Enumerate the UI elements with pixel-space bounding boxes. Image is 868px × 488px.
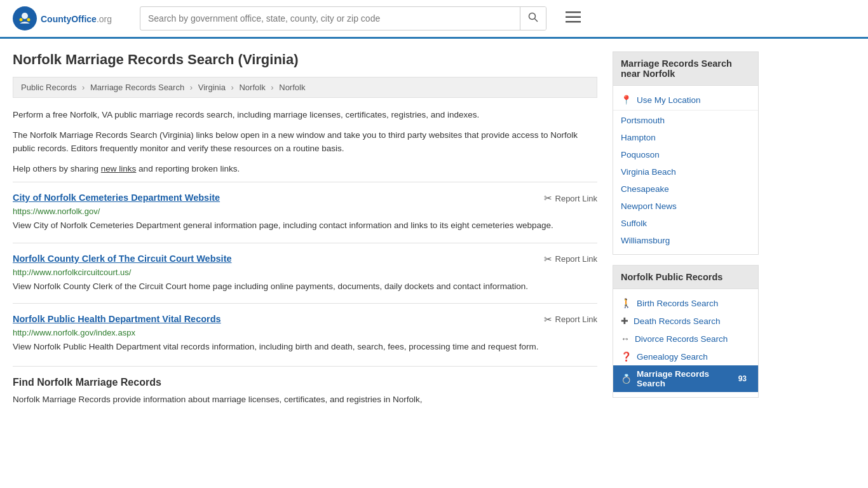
person-icon: 🚶 <box>621 298 632 308</box>
sidebar-city-virginia-beach[interactable]: Virginia Beach <box>613 163 758 180</box>
report-link-2[interactable]: ✂ Report Link <box>544 254 597 265</box>
page-title: Norfolk Marriage Records Search (Virgini… <box>13 51 597 68</box>
main-container: Norfolk Marriage Records Search (Virgini… <box>0 39 868 421</box>
nearby-box: Marriage Records Search near Norfolk 📍 U… <box>613 51 759 255</box>
breadcrumb-marriage-records-search[interactable]: Marriage Records Search <box>90 83 184 92</box>
sidebar-birth-records[interactable]: 🚶 Birth Records Search <box>613 294 758 312</box>
sidebar-city-williamsburg[interactable]: Williamsburg <box>613 232 758 249</box>
breadcrumb-virginia[interactable]: Virginia <box>198 83 226 92</box>
result-desc-3: View Norfolk Public Health Department vi… <box>13 341 597 353</box>
result-url-3[interactable]: http://www.norfolk.gov/index.aspx <box>13 328 597 337</box>
svg-point-3 <box>27 18 31 22</box>
public-records-title: Norfolk Public Records <box>613 266 758 289</box>
report-link-3[interactable]: ✂ Report Link <box>544 314 597 325</box>
logo-area: CountyOffice.org <box>13 6 127 30</box>
sidebar-city-portsmouth[interactable]: Portsmouth <box>613 112 758 129</box>
location-icon: 📍 <box>621 95 632 105</box>
result-item: Norfolk County Clerk of The Circuit Cour… <box>13 243 597 303</box>
public-records-content: 🚶 Birth Records Search ✚ Death Records S… <box>613 289 758 397</box>
result-title-1[interactable]: City of Norfolk Cemeteries Department We… <box>13 193 220 203</box>
description-3: Help others by sharing new links and rep… <box>13 162 597 176</box>
result-header: Norfolk County Clerk of The Circuit Cour… <box>13 254 597 265</box>
new-links-link[interactable]: new links <box>101 164 137 173</box>
logo-icon <box>13 6 37 30</box>
svg-rect-7 <box>566 17 581 18</box>
svg-line-5 <box>535 19 538 22</box>
svg-point-2 <box>20 18 23 22</box>
breadcrumb-norfolk-county[interactable]: Norfolk <box>239 83 265 92</box>
result-url-2[interactable]: http://www.norfolkcircuitcourt.us/ <box>13 268 597 277</box>
nearby-content: 📍 Use My Location Portsmouth Hampton Poq… <box>613 86 758 254</box>
sidebar: Marriage Records Search near Norfolk 📍 U… <box>613 51 759 408</box>
arrows-icon: ↔ <box>621 334 630 344</box>
search-input[interactable] <box>140 8 520 29</box>
rings-icon: 💍 <box>621 374 632 384</box>
result-title-3[interactable]: Norfolk Public Health Department Vital R… <box>13 314 221 324</box>
breadcrumb-norfolk-city[interactable]: Norfolk <box>279 83 305 92</box>
result-url-1[interactable]: https://www.norfolk.gov/ <box>13 207 597 216</box>
menu-icon[interactable] <box>566 10 581 27</box>
svg-rect-8 <box>566 21 581 23</box>
use-my-location[interactable]: 📍 Use My Location <box>613 91 758 109</box>
logo-text: CountyOffice.org <box>41 12 112 25</box>
sidebar-city-poquoson[interactable]: Poquoson <box>613 146 758 163</box>
sidebar-divider <box>613 110 758 111</box>
marriage-count-badge: 93 <box>735 373 750 384</box>
report-icon-2: ✂ <box>544 254 552 265</box>
report-icon-1: ✂ <box>544 193 552 204</box>
find-section: Find Norfolk Marriage Records Norfolk Ma… <box>13 366 597 406</box>
result-desc-2: View Norfolk County Clerk of the Circuit… <box>13 280 597 293</box>
sidebar-divorce-records[interactable]: ↔ Divorce Records Search <box>613 330 758 348</box>
report-link-1[interactable]: ✂ Report Link <box>544 193 597 204</box>
sidebar-city-chesapeake[interactable]: Chesapeake <box>613 180 758 198</box>
sidebar-marriage-records[interactable]: 💍 Marriage Records Search 93 <box>613 365 758 392</box>
result-item: City of Norfolk Cemeteries Department We… <box>13 182 597 242</box>
public-records-box: Norfolk Public Records 🚶 Birth Records S… <box>613 265 759 398</box>
find-title: Find Norfolk Marriage Records <box>13 377 597 388</box>
site-header: CountyOffice.org <box>0 0 868 39</box>
description-1: Perform a free Norfolk, VA public marria… <box>13 108 597 122</box>
search-bar[interactable] <box>140 6 546 30</box>
cross-icon: ✚ <box>621 316 628 326</box>
sidebar-city-suffolk[interactable]: Suffolk <box>613 215 758 232</box>
result-desc-1: View City of Norfolk Cemeteries Departme… <box>13 219 597 232</box>
search-button[interactable] <box>520 7 546 30</box>
report-icon-3: ✂ <box>544 314 552 325</box>
breadcrumb: Public Records › Marriage Records Search… <box>13 77 597 98</box>
sidebar-genealogy-search[interactable]: ❓ Genealogy Search <box>613 348 758 365</box>
breadcrumb-public-records[interactable]: Public Records <box>21 83 76 92</box>
svg-point-4 <box>529 13 536 20</box>
sidebar-city-newport-news[interactable]: Newport News <box>613 198 758 215</box>
result-header: Norfolk Public Health Department Vital R… <box>13 314 597 325</box>
result-header: City of Norfolk Cemeteries Department We… <box>13 193 597 204</box>
sidebar-city-hampton[interactable]: Hampton <box>613 129 758 146</box>
question-icon: ❓ <box>621 351 632 362</box>
main-content: Norfolk Marriage Records Search (Virgini… <box>13 51 597 408</box>
result-title-2[interactable]: Norfolk County Clerk of The Circuit Cour… <box>13 254 232 264</box>
description-2: The Norfolk Marriage Records Search (Vir… <box>13 128 597 156</box>
find-desc: Norfolk Marriage Records provide informa… <box>13 393 597 406</box>
svg-rect-6 <box>566 11 581 13</box>
sidebar-death-records[interactable]: ✚ Death Records Search <box>613 312 758 330</box>
nearby-title: Marriage Records Search near Norfolk <box>613 52 758 86</box>
result-item: Norfolk Public Health Department Vital R… <box>13 303 597 363</box>
svg-point-1 <box>22 13 28 19</box>
